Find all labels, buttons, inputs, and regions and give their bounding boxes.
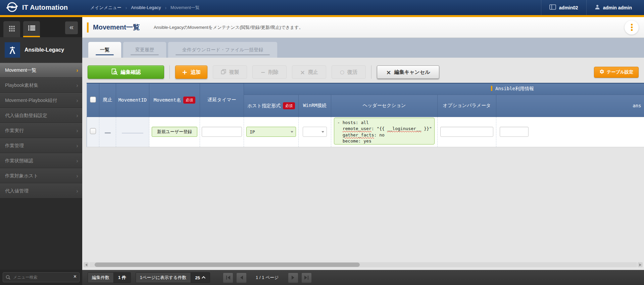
scroll-right-button[interactable]: [638, 262, 643, 267]
accent-line: [0, 15, 644, 17]
sidebar-view-switcher: «: [0, 17, 82, 37]
group-label: Ansible利用情報: [495, 86, 534, 91]
workspace-name: admin02: [559, 5, 578, 10]
tab-label: 全件ダウンロード・ファイル一括登録: [182, 47, 263, 53]
per-page-group: 1ページに表示する件数 25: [136, 272, 210, 283]
row-header-section-cell: - hosts: all remote_user: "{{ __loginuse…: [331, 117, 438, 147]
kebab-menu-icon: [631, 24, 633, 25]
page-menu-button[interactable]: [625, 20, 639, 35]
chevron-right-icon: ›: [76, 173, 78, 179]
gear-icon: [599, 69, 604, 75]
sidebar-item-label: 作業実行: [5, 128, 24, 134]
sidebar-item-substitution-auto-registration[interactable]: 代入値自動登録設定›: [0, 108, 82, 123]
movement-name-input[interactable]: [152, 127, 197, 137]
app-logo[interactable]: IT Automation: [0, 0, 82, 15]
ansible-legacy-logo-icon: [5, 42, 20, 58]
first-page-button[interactable]: [223, 273, 233, 283]
toolbar-divider: [371, 65, 371, 79]
chevron-right-icon: ›: [76, 82, 78, 89]
page-title: Movement一覧: [93, 23, 140, 32]
sidebar-item-operation-execute[interactable]: 作業実行›: [0, 123, 82, 138]
page-info: 1 / 1 ページ: [256, 275, 279, 281]
chevron-down-icon: [291, 131, 293, 133]
toolbar-divider: [169, 65, 170, 79]
edit-cancel-button[interactable]: × 編集キャンセル: [377, 65, 439, 79]
chevron-right-icon: ›: [76, 112, 78, 119]
sidebar-item-label: 代入値自動登録設定: [5, 113, 47, 119]
prev-page-button[interactable]: [236, 273, 247, 283]
sidebar-item-operation-management[interactable]: 作業管理›: [0, 138, 82, 153]
select-value: IP: [250, 129, 255, 134]
option-params-input[interactable]: [440, 127, 493, 137]
main-content: Movement一覧 Ansible-LegacyのMovementをメンテナン…: [82, 17, 644, 285]
row-delay-timer-cell: [200, 117, 244, 147]
next-page-icon: [292, 276, 294, 280]
menu-search-input[interactable]: [3, 272, 80, 282]
sidebar-item-movement-list[interactable]: Movement一覧›: [0, 63, 82, 78]
yaml-line: remote_user: "{{ __loginuser__ }}": [337, 126, 431, 132]
sidebar-brand: Ansible-Legacy: [0, 37, 82, 63]
horizontal-scrollbar: [84, 262, 643, 267]
empty-value-dash: [105, 132, 111, 133]
tab-bulk-download-upload[interactable]: 全件ダウンロード・ファイル一括登録: [168, 42, 277, 58]
tab-underline: [131, 54, 159, 55]
delete-button: − 削除: [252, 65, 287, 79]
breadcrumb-ansible-legacy[interactable]: Ansible-Legacy: [131, 5, 161, 10]
column-header-option-params: オプションパラメータ: [438, 95, 496, 117]
tab-strip: 一覧 変更履歴 全件ダウンロード・ファイル一括登録: [82, 38, 644, 58]
pending-id-placeholder: [122, 133, 143, 133]
per-page-select[interactable]: 25: [191, 273, 210, 283]
winrm-select[interactable]: [303, 127, 327, 137]
edit-confirm-button[interactable]: 編集確認: [88, 65, 164, 79]
sidebar-item-movement-playbook-link[interactable]: Movement-Playbook紐付›: [0, 93, 82, 108]
per-page-value: 25: [195, 275, 200, 280]
row-movement-name-cell: [149, 117, 200, 147]
chevron-right-icon: ›: [76, 67, 78, 74]
sidebar-collapse-button[interactable]: «: [65, 21, 78, 34]
next-page-button[interactable]: [288, 273, 298, 283]
scroll-left-button[interactable]: [84, 262, 89, 267]
scroll-right-icon: [639, 264, 641, 266]
scrollbar-track[interactable]: [89, 262, 637, 267]
add-button[interactable]: + 追加: [175, 65, 207, 79]
sidebar-tab-menu-list[interactable]: [23, 21, 40, 37]
column-header-movement-id: MovementID: [116, 83, 149, 117]
column-header-winrm: WinRM接続: [299, 95, 331, 117]
plus-icon: +: [182, 68, 188, 76]
table-settings-button[interactable]: テーブル設定: [594, 67, 639, 78]
last-page-button[interactable]: [301, 273, 312, 283]
clear-search-icon[interactable]: ×: [73, 274, 77, 280]
tab-change-history[interactable]: 変更履歴: [123, 42, 166, 58]
kebab-menu-icon: [631, 29, 633, 31]
ansible-input[interactable]: [500, 127, 529, 137]
grid-icon: [9, 25, 15, 33]
app-title: IT Automation: [22, 4, 68, 11]
scrollbar-thumb[interactable]: [95, 263, 360, 267]
row-ansible-cell: [496, 117, 644, 147]
column-header-host-format: ホスト指定形式必須: [244, 95, 299, 117]
sidebar-item-target-hosts[interactable]: 作業対象ホスト›: [0, 168, 82, 183]
sidebar-item-label: Movement一覧: [5, 67, 36, 73]
workspace-menu[interactable]: admin02: [541, 0, 586, 15]
sidebar-tab-grid-view[interactable]: [3, 21, 20, 37]
sidebar-item-substitution-value-management[interactable]: 代入値管理›: [0, 183, 82, 198]
header-section-textarea[interactable]: - hosts: all remote_user: "{{ __loginuse…: [334, 118, 435, 145]
select-all-checkbox[interactable]: [90, 97, 96, 103]
row-select-cell: [87, 117, 99, 147]
row-checkbox[interactable]: [90, 128, 96, 134]
breadcrumb: メインメニュー › Ansible-Legacy › Movement一覧: [82, 0, 541, 15]
button-label: 削除: [268, 69, 279, 75]
sidebar-item-playbook-files[interactable]: Playbook素材集›: [0, 78, 82, 93]
user-menu[interactable]: admin admin: [586, 0, 640, 15]
button-label: 複製: [229, 69, 239, 75]
sidebar-item-operation-status-check[interactable]: 作業状態確認›: [0, 153, 82, 168]
host-format-select[interactable]: IP: [246, 127, 296, 137]
tab-list[interactable]: 一覧: [88, 42, 121, 58]
chevron-up-icon: [202, 276, 205, 280]
edit-count-value: 1 件: [113, 273, 131, 283]
delay-timer-input[interactable]: [202, 127, 242, 137]
row-option-params-cell: [438, 117, 496, 147]
breadcrumb-main-menu[interactable]: メインメニュー: [90, 5, 121, 11]
button-label: 廃止: [308, 69, 318, 75]
column-group-ansible-info: Ansible利用情報: [244, 83, 644, 95]
